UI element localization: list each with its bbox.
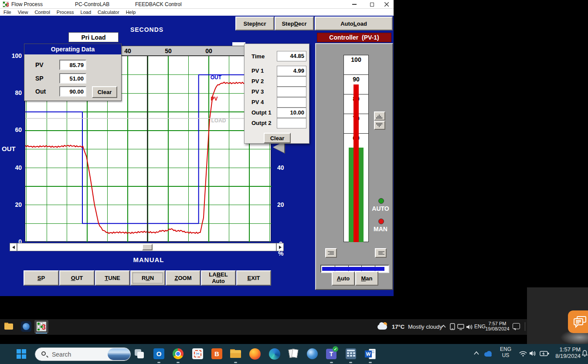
host-chevron-up-icon[interactable] — [473, 351, 479, 355]
label-auto-button[interactable]: LABEL Auto — [201, 270, 236, 286]
popup-clear-button[interactable]: Clear — [264, 133, 291, 143]
man-mode-button[interactable]: Man — [355, 271, 378, 286]
run-button[interactable]: RUN — [130, 270, 165, 286]
sp-button[interactable]: SP — [24, 270, 59, 286]
onedrive-icon[interactable] — [483, 351, 493, 357]
outlook-icon[interactable]: O — [153, 348, 164, 359]
scroll-left-button[interactable] — [10, 243, 17, 251]
remote-language-button[interactable]: ENG — [474, 324, 486, 330]
man-indicator-label: MAN — [369, 226, 392, 233]
start-button[interactable] — [17, 349, 26, 359]
zoom-button[interactable]: ZOOM — [166, 270, 201, 286]
auto-mode-button[interactable]: Auto — [332, 271, 355, 286]
chrome-icon[interactable] — [173, 348, 184, 359]
out-button[interactable]: OUT — [59, 270, 95, 286]
tune-button[interactable]: TUNE — [95, 270, 130, 286]
weather-temp[interactable]: 17°C — [392, 324, 404, 330]
outlook-running-indicator — [157, 362, 160, 363]
word-icon[interactable]: W — [365, 348, 376, 360]
outpt2-label: Outpt 2 — [252, 120, 272, 126]
gauge-scale-100: 100 — [344, 55, 368, 75]
maximize-icon[interactable] — [365, 0, 378, 9]
output-meter-fill — [322, 267, 384, 271]
title-bar: 3 Flow Process PC-ControLAB FEEDBACK Con… — [0, 0, 394, 9]
outpt2-value-field — [277, 118, 306, 128]
calculator-icon[interactable] — [346, 348, 356, 359]
window-title: Flow Process — [11, 1, 43, 7]
firefox-icon[interactable] — [249, 348, 261, 360]
remote-taskbar: 3 17°C Mostly cloudy ENG 7:57 PM 19/08/2… — [0, 319, 527, 335]
bars-down-icon — [376, 123, 383, 128]
show-desktop-divider[interactable] — [525, 322, 525, 331]
search-input[interactable] — [51, 348, 103, 361]
sp-value-field: 51.00 — [59, 73, 86, 84]
operating-clear-button[interactable]: Clear — [92, 86, 117, 98]
tray-chevron-up-icon[interactable] — [441, 324, 446, 328]
weather-description[interactable]: Mostly cloudy — [408, 324, 442, 330]
teams-icon[interactable]: T ✓ — [326, 349, 336, 359]
operating-data-panel: Operating Data PV 85.79 SP 51.00 Out 90.… — [24, 44, 122, 101]
blue-swirl-app-icon[interactable] — [307, 348, 318, 359]
snipping-tool-icon[interactable]: ✂ — [192, 348, 203, 359]
svg-text:PV: PV — [211, 96, 218, 102]
blue-circle-app-icon[interactable] — [21, 321, 31, 332]
x-tick-label: 40 — [124, 47, 131, 54]
b-app-icon[interactable]: B — [211, 348, 222, 359]
search-box[interactable] — [35, 347, 131, 361]
exit-button[interactable]: EXIT — [236, 270, 271, 286]
gauge-spin-up-button[interactable] — [374, 111, 385, 121]
folder-icon[interactable] — [4, 323, 13, 330]
pv3-label: PV 3 — [252, 88, 264, 95]
notes-app-icon[interactable] — [288, 348, 299, 360]
menu-help[interactable]: Help — [126, 10, 136, 15]
menu-file[interactable]: File — [3, 10, 11, 15]
gauge-spin-down-button[interactable] — [374, 121, 385, 130]
device-tray-icon[interactable] — [449, 323, 455, 330]
y-right-20: 20 — [277, 201, 284, 208]
host-language-button[interactable]: ENG US — [499, 346, 513, 362]
man-led-indicator — [378, 219, 384, 224]
svg-text:OUT: OUT — [211, 74, 222, 81]
wifi-icon[interactable] — [519, 350, 527, 357]
app-client-area: StepIncr StepDecr AutoLoad SECONDS Pri L… — [0, 16, 394, 296]
pc-controlab-taskbar-icon[interactable]: 3 — [34, 320, 48, 334]
auto-load-button[interactable]: AutoLoad — [315, 17, 393, 30]
faceplate-right-button[interactable] — [375, 248, 387, 258]
time-scrollbar-thumb[interactable] — [142, 244, 153, 250]
menu-calculator[interactable]: Calculator — [98, 10, 119, 15]
time-label: Time — [252, 53, 265, 60]
active-app-underline — [36, 333, 47, 334]
display-tray-icon[interactable] — [457, 324, 465, 330]
teams-running-indicator — [330, 362, 333, 363]
notification-bell-icon[interactable] — [581, 350, 588, 357]
pv4-label: PV 4 — [252, 99, 264, 105]
strip-corner-tab — [232, 42, 245, 46]
menu-view[interactable]: View — [18, 10, 28, 15]
menu-process[interactable]: Process — [57, 10, 74, 15]
weather-icon[interactable] — [377, 322, 389, 331]
minimize-icon[interactable] — [348, 0, 361, 9]
faceplate-left-button[interactable] — [325, 248, 337, 258]
host-clock[interactable]: 1:57 PM 8/19/2024 — [548, 346, 581, 362]
pv3-value-field — [277, 87, 306, 97]
lines-left-icon — [328, 250, 335, 256]
battery-icon[interactable] — [540, 351, 549, 357]
notification-icon[interactable] — [513, 323, 520, 329]
auto-led-indicator — [378, 198, 384, 204]
menu-load[interactable]: Load — [81, 10, 91, 15]
time-scrollbar-track[interactable] — [17, 243, 276, 251]
file-explorer-icon[interactable] — [230, 349, 241, 358]
task-view-icon[interactable] — [134, 348, 145, 360]
close-icon[interactable] — [380, 0, 393, 9]
speaker-tray-icon[interactable] — [466, 324, 473, 330]
scroll-right-button[interactable] — [276, 243, 284, 251]
out-label: Out — [35, 88, 46, 95]
menu-control[interactable]: Control — [34, 10, 50, 15]
edge-icon[interactable] — [269, 348, 280, 360]
chat-assistant-button[interactable] — [568, 310, 588, 333]
step-incr-button[interactable]: StepIncr — [235, 17, 274, 30]
remote-clock[interactable]: 7:57 PM 19/08/2024 — [485, 321, 510, 333]
volume-icon[interactable] — [529, 350, 537, 357]
outpt1-label: Outpt 1 — [252, 109, 272, 116]
step-decr-button[interactable]: StepDecr — [275, 17, 314, 30]
